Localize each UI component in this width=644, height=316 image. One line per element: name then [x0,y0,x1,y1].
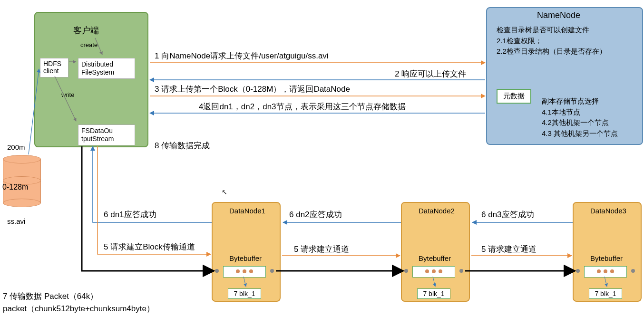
dn2-bytebuf-label: Bytebuffer [419,254,451,262]
nn-check2: 2.1检查权限； [497,36,606,47]
nn-replica2: 4.2其他机架一个节点 [542,117,618,128]
dn1-blk-text: 7 blk_1 [234,290,255,297]
packet-desc: packet（chunk512byte+chunksum4byte） [3,303,155,314]
step6-dn1: 6 dn1应答成功 [104,209,156,220]
dn2-blk-text: 7 blk_1 [423,290,444,297]
fsdos-box: FSDataOu tputStream [78,124,135,145]
step5-ch2: 5 请求建立通道 [481,244,537,255]
namenode-checks: 检查目录树是否可以创建文件 2.1检查权限； 2.2检查目录结构（目录是否存在） [497,25,606,57]
file-size-200: 200m [7,143,25,151]
metadata-box: 元数据 [497,89,531,104]
dn1-blk: 7 blk_1 [228,288,261,299]
step4: 4返回dn1，dn2，dn3节点，表示采用这三个节点存储数据 [199,101,406,112]
dn2-bytebuf [412,266,455,278]
file-cylinder [3,155,41,207]
step2: 2 响应可以上传文件 [395,68,466,79]
step3: 3 请求上传第一个Block（0-128M），请返回DataNode [155,84,350,95]
dfs-text: Distributed FileSystem [81,60,114,76]
fsdos-text: FSDataOu tputStream [81,127,114,143]
file-name: ss.avi [7,217,25,225]
dn2-dot-left [404,269,408,273]
datanode2-block: DataNode2 Bytebuffer 7 blk_1 [401,202,470,302]
nn-replica1: 4.1本地节点 [542,107,618,118]
nn-check3: 2.2检查目录结构（目录是否存在） [497,46,606,57]
step8: 8 传输数据完成 [155,140,210,151]
hdfs-client-box: HDFS client [40,58,68,77]
client-title: 客户端 [73,25,99,36]
dn3-blk-text: 7 blk_1 [595,290,616,297]
namenode-title: NameNode [537,10,580,20]
dn1-bytebuf-label: Bytebuffer [229,254,262,262]
dn3-bytebuf-label: Bytebuffer [590,254,623,262]
dn3-dot-left [576,269,580,273]
client-write-label: write [61,91,74,98]
step5-ch1: 5 请求建立通道 [294,244,349,255]
cursor-icon: ↖ [222,188,227,196]
step5-block: 5 请求建立Block传输通道 [104,241,195,252]
client-block: 客户端 create HDFS client Distributed FileS… [34,12,148,147]
nn-replica3: 4.3 其他机架另一个节点 [542,128,618,139]
namenode-replicas: 副本存储节点选择 4.1本地节点 4.2其他机架一个节点 4.3 其他机架另一个… [542,96,618,139]
namenode-block: NameNode 检查目录树是否可以创建文件 2.1检查权限； 2.2检查目录结… [486,7,643,145]
dn1-dot-left [215,269,219,273]
dn3-bytebuf [584,266,627,278]
datanode3-block: DataNode3 Bytebuffer 7 blk_1 [573,202,642,302]
dn1-dot-right [270,269,274,273]
step6-dn2: 6 dn2应答成功 [289,209,342,220]
client-create-label: create [80,41,98,48]
dn1-bytebuf [223,266,266,278]
dn2-dot-right [459,269,463,273]
file-range: 0-128m [2,183,28,192]
nn-check1: 检查目录树是否可以创建文件 [497,25,606,36]
step6-dn3: 6 dn3应答成功 [481,209,534,220]
nn-replica-title: 副本存储节点选择 [542,96,618,107]
dn2-title: DataNode2 [419,207,455,215]
dn3-blk: 7 blk_1 [589,288,622,299]
dfs-box: Distributed FileSystem [78,58,135,79]
dn3-dot-right [631,269,635,273]
dn2-blk: 7 blk_1 [417,288,450,299]
datanode1-block: DataNode1 Bytebuffer 7 blk_1 [212,202,281,302]
step7: 7 传输数据 Packet（64k） [3,291,98,302]
hdfs-client-text: HDFS client [43,60,61,75]
step1: 1 向NameNode请求上传文件/user/atguigu/ss.avi [155,50,329,61]
dn1-title: DataNode1 [229,207,265,215]
metadata-text: 元数据 [503,92,525,100]
dn3-title: DataNode3 [590,207,626,215]
